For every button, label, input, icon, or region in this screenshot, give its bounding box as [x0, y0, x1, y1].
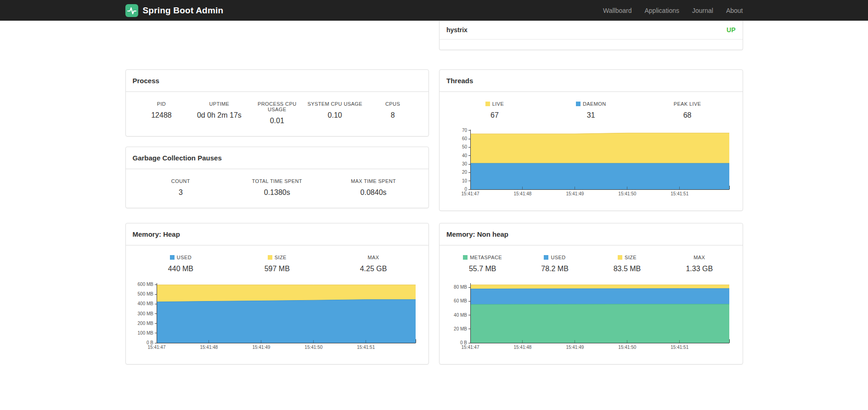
- svg-text:40 MB: 40 MB: [454, 313, 467, 318]
- legend-swatch-icon: [618, 255, 622, 260]
- svg-text:50: 50: [462, 144, 468, 149]
- metric-label: METASPACE: [446, 255, 519, 260]
- svg-text:15:41:50: 15:41:50: [618, 191, 636, 196]
- nav-link[interactable]: Applications: [638, 7, 686, 14]
- svg-text:15:41:51: 15:41:51: [357, 345, 375, 350]
- application-name-link[interactable]: hystrix: [446, 26, 468, 34]
- metric: MAX 1.33 GB: [663, 255, 735, 273]
- legend-swatch-icon: [463, 255, 468, 260]
- nav-link[interactable]: Wallboard: [597, 7, 638, 14]
- metric: UPTIME 0d 0h 2m 17s: [190, 101, 248, 125]
- gc-panel-title: Garbage Collection Pauses: [126, 147, 429, 169]
- metric: TOTAL TIME SPENT 0.1380s: [229, 178, 325, 197]
- metric: SYSTEM CPU USAGE 0.10: [306, 101, 364, 125]
- nav-links: Wallboard Applications Journal About: [597, 7, 743, 14]
- nav-link[interactable]: Journal: [686, 7, 720, 14]
- svg-text:60 MB: 60 MB: [454, 298, 467, 303]
- gc-panel: Garbage Collection Pauses COUNT 3 TOTAL …: [125, 147, 429, 208]
- memory-heap-panel: Memory: Heap USED 440 MB SIZE 597: [125, 223, 429, 364]
- svg-text:10: 10: [462, 178, 468, 183]
- threads-legend: LIVE 67 DAEMON 31 PEAK LIVE 68: [446, 101, 736, 120]
- metric-label: COUNT: [133, 178, 229, 184]
- metric: MAX 4.25 GB: [325, 255, 422, 273]
- heap-legend: USED 440 MB SIZE 597 MB MAX 4.25 G: [133, 255, 422, 273]
- metric-value: 1.33 GB: [663, 265, 735, 273]
- svg-text:15:41:50: 15:41:50: [304, 345, 322, 350]
- app-logo-icon: [125, 4, 138, 17]
- top-navbar: Spring Boot Admin Wallboard Applications…: [0, 0, 868, 21]
- metric-label: SIZE: [229, 255, 325, 260]
- metric-label: PEAK LIVE: [639, 101, 736, 107]
- metric-value: 0.1380s: [229, 188, 325, 197]
- metric-label: PID: [133, 101, 191, 107]
- brand-title: Spring Boot Admin: [143, 6, 224, 16]
- metric-label: SIZE: [591, 255, 663, 260]
- svg-text:500 MB: 500 MB: [137, 291, 153, 296]
- threads-panel-title: Threads: [440, 70, 743, 92]
- svg-text:600 MB: 600 MB: [137, 282, 153, 287]
- svg-text:400 MB: 400 MB: [137, 301, 153, 306]
- metric-value: 0d 0h 2m 17s: [190, 111, 248, 120]
- threads-chart: 01020304050607015:41:4715:41:4815:41:491…: [446, 126, 736, 199]
- application-status-panel: hystrix UP: [439, 21, 743, 50]
- svg-text:100 MB: 100 MB: [137, 330, 153, 336]
- svg-text:15:41:48: 15:41:48: [200, 345, 218, 350]
- svg-text:15:41:49: 15:41:49: [566, 191, 584, 196]
- metric: PEAK LIVE 68: [639, 101, 736, 120]
- metric-label: UPTIME: [190, 101, 248, 107]
- metric-label: USED: [519, 255, 591, 260]
- metric: SIZE 83.5 MB: [591, 255, 663, 273]
- metric-value: 3: [133, 188, 229, 197]
- svg-text:20 MB: 20 MB: [454, 326, 467, 331]
- svg-text:20: 20: [462, 170, 468, 175]
- svg-text:300 MB: 300 MB: [137, 311, 153, 316]
- metric-label: DAEMON: [543, 101, 639, 107]
- nonheap-legend: METASPACE 55.7 MB USED 78.2 MB SIZE: [446, 255, 736, 273]
- memory-nonheap-panel-title: Memory: Non heap: [440, 223, 743, 245]
- metric-label: MAX: [325, 255, 422, 260]
- metric-value: 12488: [133, 111, 191, 120]
- metric-value: 68: [639, 111, 736, 120]
- svg-text:15:41:49: 15:41:49: [566, 345, 584, 350]
- panel-bottom-spacer: [440, 40, 743, 50]
- metric: METASPACE 55.7 MB: [446, 255, 519, 273]
- metric-label: TOTAL TIME SPENT: [229, 178, 325, 184]
- brand-link[interactable]: Spring Boot Admin: [125, 4, 224, 17]
- metric: PROCESS CPU USAGE 0.01: [248, 101, 306, 125]
- svg-text:40: 40: [462, 153, 468, 158]
- metric-value: 0.01: [248, 117, 306, 125]
- metric-label: SYSTEM CPU USAGE: [306, 101, 364, 107]
- metric: COUNT 3: [133, 178, 229, 197]
- metric-value: 0.10: [306, 111, 364, 120]
- memory-heap-chart: 0 B100 MB200 MB300 MB400 MB500 MB600 MB1…: [133, 279, 422, 353]
- memory-nonheap-chart: 0 B20 MB40 MB60 MB80 MB15:41:4715:41:481…: [446, 279, 736, 353]
- metric-value: 0.0840s: [325, 188, 422, 197]
- metric-label: MAX: [663, 255, 735, 260]
- metric: SIZE 597 MB: [229, 255, 325, 273]
- svg-text:15:41:50: 15:41:50: [618, 345, 636, 350]
- memory-heap-panel-title: Memory: Heap: [126, 223, 429, 245]
- metric-label: PROCESS CPU USAGE: [248, 101, 306, 112]
- svg-text:70: 70: [462, 128, 468, 133]
- metric: DAEMON 31: [543, 101, 639, 120]
- metric-value: 67: [446, 111, 543, 120]
- metric-value: 78.2 MB: [519, 265, 591, 273]
- metric-label: CPUS: [364, 101, 422, 107]
- legend-swatch-icon: [268, 255, 272, 260]
- metric-value: 55.7 MB: [446, 265, 519, 273]
- svg-text:15:41:47: 15:41:47: [147, 345, 165, 350]
- svg-text:15:41:51: 15:41:51: [671, 345, 688, 350]
- svg-text:15:41:51: 15:41:51: [671, 191, 688, 196]
- metric-value: 440 MB: [133, 265, 229, 273]
- svg-text:30: 30: [462, 161, 468, 166]
- svg-text:15:41:48: 15:41:48: [513, 191, 531, 196]
- legend-swatch-icon: [485, 102, 490, 106]
- metric: USED 440 MB: [133, 255, 229, 273]
- svg-text:15:41:47: 15:41:47: [462, 345, 479, 350]
- nav-link[interactable]: About: [720, 7, 743, 14]
- metric: CPUS 8: [364, 101, 422, 125]
- legend-swatch-icon: [544, 255, 548, 260]
- threads-panel: Threads LIVE 67 DAEMON 31: [439, 69, 743, 211]
- metric: PID 12488: [133, 101, 191, 125]
- metric: USED 78.2 MB: [519, 255, 591, 273]
